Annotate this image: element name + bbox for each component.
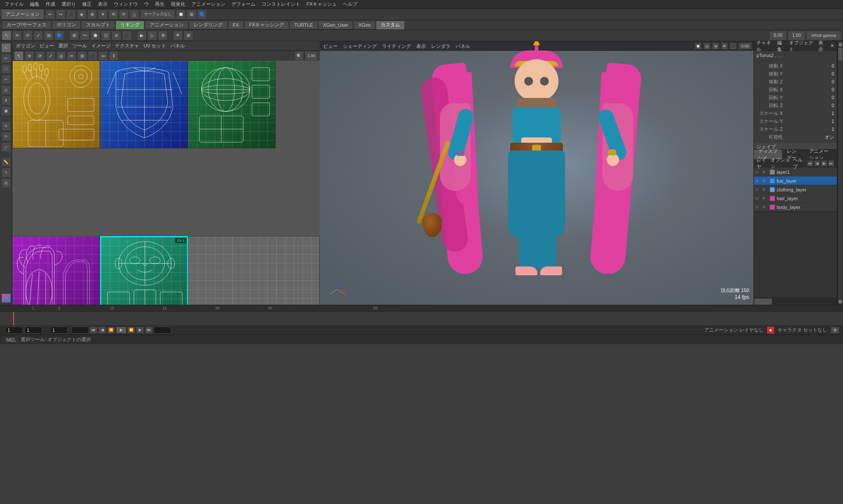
animation-mode-label[interactable]: アニメーション <box>2 10 43 19</box>
uv-fit-btn[interactable]: 1.00 <box>305 51 318 61</box>
color-btn[interactable] <box>1 293 11 303</box>
menu-deform[interactable]: デフォーム <box>229 1 258 7</box>
prev-key-btn[interactable]: ⏪ <box>107 327 115 334</box>
prev-frame-btn[interactable]: ◀ <box>98 327 106 334</box>
uv-viewport[interactable]: 1V-1 <box>12 61 320 304</box>
tool9[interactable]: 🔲 <box>176 10 186 19</box>
vp-icon2[interactable]: ◎ <box>703 43 710 50</box>
uv-tile-2[interactable] <box>100 61 188 148</box>
menu-constrain[interactable]: コンストレイント <box>259 1 303 7</box>
viewport-3d[interactable]: ビュー シェーディング ライティング 表示 レンダラ パネル 🔲 ◎ ⊞ 👁 ⬛… <box>320 41 753 305</box>
scale-tool[interactable]: ⤢ <box>33 31 43 40</box>
vp-menu-panels[interactable]: パネル <box>454 43 472 50</box>
rz-value[interactable]: 0 <box>785 103 834 108</box>
uv-cut-btn[interactable]: ✂ <box>67 51 76 61</box>
tab-custom[interactable]: カスタム <box>376 21 405 29</box>
move-tool[interactable]: ✛ <box>12 31 22 40</box>
loop-btn[interactable]: ◎ <box>1 85 11 95</box>
vp-icon5[interactable]: ⬛ <box>730 43 737 50</box>
uv-menu-uvset[interactable]: UV セット <box>142 43 168 49</box>
sy-value[interactable]: 1 <box>785 119 834 124</box>
layer-row-clothing[interactable]: V P clothing_layer <box>754 185 837 194</box>
rp-menu-channel[interactable]: チャネル <box>757 40 774 53</box>
layer-nav-next[interactable]: ▶ <box>821 160 827 166</box>
tool1[interactable]: ⬛ <box>66 10 76 19</box>
ry-value[interactable]: 0 <box>785 95 834 100</box>
sz-value[interactable]: 1 <box>785 126 834 132</box>
transform-tool[interactable]: ⊞ <box>44 31 54 40</box>
soft-select[interactable]: 🔵 <box>54 31 64 40</box>
uv-select-btn[interactable]: ↖ <box>14 51 24 61</box>
layer-row-fue[interactable]: V P fue_layer <box>754 176 837 185</box>
vp-menu-lighting[interactable]: ライティング <box>380 43 413 50</box>
hair-p[interactable]: P <box>763 196 768 201</box>
extrude-btn[interactable]: ⬆ <box>1 96 11 105</box>
current-frame-input[interactable] <box>5 327 23 334</box>
tool3[interactable]: ⊕ <box>87 10 97 19</box>
uv-tile-1[interactable] <box>12 61 100 148</box>
vp-menu-show[interactable]: 表示 <box>414 43 428 50</box>
extra-tool2[interactable]: 1.00 <box>788 31 805 40</box>
cut-btn[interactable]: ✂ <box>1 75 11 84</box>
uv-flip-btn[interactable]: ⇕ <box>109 51 119 61</box>
layout-btn[interactable]: ⊞ <box>184 31 193 40</box>
move-btn[interactable]: ✛ <box>1 121 11 131</box>
vp-menu-shading[interactable]: シェーディング <box>341 43 378 50</box>
uv-move-btn[interactable]: ✛ <box>25 51 34 61</box>
menu-animation[interactable]: アニメーション <box>189 1 228 7</box>
vp-icon3[interactable]: ⊞ <box>712 43 719 50</box>
measure-btn[interactable]: 📏 <box>1 157 11 167</box>
tx-value[interactable]: 0 <box>785 63 834 68</box>
uv-zoom-btn[interactable]: 🔍 <box>294 51 304 61</box>
hair-v[interactable]: V <box>756 196 761 201</box>
show-hide[interactable]: 👁 <box>173 31 183 40</box>
layer1-p[interactable]: P <box>763 170 768 174</box>
uv-menu-polygon[interactable]: ポリゴン <box>14 43 37 49</box>
scale-btn[interactable]: ⤢ <box>1 142 11 152</box>
rotate-tool[interactable]: ⟳ <box>23 31 32 40</box>
snap-curve[interactable]: 〜 <box>80 31 90 40</box>
tab-xgen-user[interactable]: XGen_User <box>318 21 353 29</box>
rp-menu-object[interactable]: オブジェクト <box>789 40 814 53</box>
body-p[interactable]: P <box>763 205 768 209</box>
select-mode-btn[interactable]: ↖ <box>1 43 11 53</box>
clothing-p[interactable]: P <box>763 187 768 192</box>
menu-playback[interactable]: 再生 <box>152 1 167 7</box>
tab-fx[interactable]: FX <box>228 21 244 29</box>
play-btn[interactable]: ▶ <box>116 327 126 334</box>
tab-rigging[interactable]: リギング <box>115 21 144 29</box>
tool4[interactable]: ✦ <box>98 10 108 19</box>
undo-btn[interactable]: ↩ <box>45 10 55 19</box>
next-key-btn[interactable]: ⏩ <box>127 327 135 334</box>
layer-nav-last[interactable]: ⏭ <box>828 160 834 166</box>
menu-display[interactable]: 表示 <box>95 1 110 7</box>
clothing-v[interactable]: V <box>756 187 761 192</box>
vp-menu-view[interactable]: ビュー <box>321 43 339 50</box>
menu-visualize[interactable]: 視覚化 <box>168 1 188 7</box>
tool5[interactable]: ⟲ <box>108 10 118 19</box>
menu-help[interactable]: ヘルプ <box>340 1 360 7</box>
sx-value[interactable]: 1 <box>785 111 834 116</box>
gamma-select[interactable]: sRGB gamma <box>806 31 841 40</box>
menu-modify[interactable]: 修正 <box>79 1 94 7</box>
layer1-v[interactable]: V <box>756 170 761 174</box>
bevel-btn[interactable]: ⬟ <box>1 106 11 116</box>
uv-tile-6[interactable] <box>188 236 320 305</box>
uv-unfold-btn[interactable]: ⊞ <box>77 51 87 61</box>
frame-input3[interactable] <box>50 327 68 334</box>
layer-nav-first[interactable]: ⏮ <box>807 160 813 166</box>
fue-v[interactable]: V <box>756 179 761 183</box>
vp-icon4[interactable]: 👁 <box>721 43 728 50</box>
layer-horizontal-scroll[interactable] <box>754 298 837 305</box>
snap-surface[interactable]: ⊡ <box>101 31 111 40</box>
uv-menu-view[interactable]: ビュー <box>38 43 56 49</box>
char-set-btn[interactable]: ⚙ <box>831 327 839 334</box>
tool10[interactable]: ⊞ <box>187 10 196 19</box>
tz-value[interactable]: 0 <box>785 79 834 84</box>
rp-menu-display[interactable]: 表示 <box>818 40 827 53</box>
render-seq[interactable]: ▷ <box>148 31 157 40</box>
select-tool[interactable]: ↖ <box>2 31 11 40</box>
annotate-btn[interactable]: ✎ <box>1 168 11 177</box>
uv-symmetry-btn[interactable]: ⇔ <box>98 51 108 61</box>
menu-file[interactable]: ファイル <box>2 1 26 7</box>
